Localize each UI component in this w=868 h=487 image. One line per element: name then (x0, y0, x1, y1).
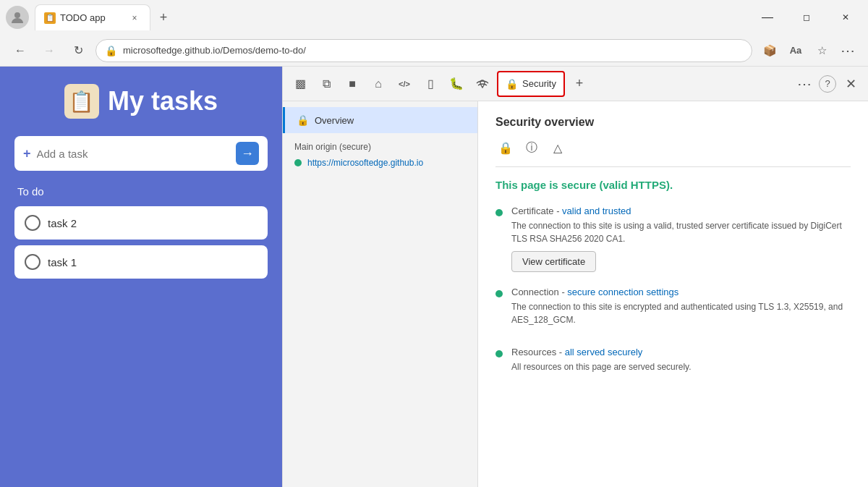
origin-link[interactable]: https://microsoftedge.github.io (307, 158, 423, 168)
read-aloud-icon[interactable]: Aa (784, 39, 807, 62)
origin-item: https://microsoftedge.github.io (294, 158, 466, 168)
devtools-panel: ▩ ⧉ ■ ⌂ </> ▯ 🐛 🔒 Security (282, 67, 868, 487)
title-bar-controls: — ◻ ✕ (751, 6, 862, 29)
security-lock-icon: 🔒 (105, 45, 117, 56)
connection-bullet (495, 290, 503, 297)
back-button[interactable]: ← (9, 39, 32, 62)
security-icon-bar: 🔒 ⓘ △ (495, 137, 851, 167)
add-task-plus-icon: + (23, 146, 31, 161)
info-status-icon[interactable]: ⓘ (522, 137, 542, 158)
resources-title-plain: Resources - (511, 347, 565, 357)
task-list: task 2 task 1 (14, 206, 268, 279)
certificate-item: Certificate - valid and trusted The conn… (495, 206, 851, 272)
secure-message: This page is secure (valid HTTPS). (495, 179, 851, 191)
certificate-section: Certificate - valid and trusted The conn… (495, 206, 851, 272)
devtools-close-button[interactable]: ✕ (839, 72, 862, 96)
network-tool-button[interactable] (471, 72, 494, 96)
certificate-title: Certificate - valid and trusted (511, 206, 851, 216)
minimize-button[interactable]: — (751, 6, 784, 29)
copy-tool-button[interactable]: ⧉ (315, 72, 338, 96)
view-certificate-button[interactable]: View certificate (511, 251, 596, 272)
devtools-help-button[interactable]: ? (819, 75, 836, 93)
task-checkbox[interactable] (25, 215, 41, 231)
resources-item: Resources - all served securely All reso… (495, 347, 851, 379)
overview-nav-label: Overview (315, 115, 354, 126)
resources-title: Resources - all served securely (511, 347, 851, 357)
devtools-more-button[interactable]: ⋯ (793, 72, 816, 96)
warning-status-icon[interactable]: △ (548, 137, 568, 158)
security-tab-label: Security (522, 78, 556, 89)
app-icon: 📋 (64, 84, 99, 119)
browser-window: 📋 TODO app × + — ◻ ✕ ← → ↻ 🔒 microsofted… (0, 0, 868, 487)
task-item[interactable]: task 1 (14, 245, 268, 279)
active-tab[interactable]: 📋 TODO app × (35, 4, 150, 30)
browser-content: 📋 My tasks + → To do task 2 task 1 (0, 67, 868, 487)
app-header: 📋 My tasks (64, 84, 218, 119)
device-tool-button[interactable]: ▯ (419, 72, 442, 96)
lock-status-icon[interactable]: 🔒 (495, 137, 516, 158)
add-task-button[interactable]: → (236, 142, 259, 165)
profile-icon[interactable] (6, 6, 29, 29)
security-tab-icon: 🔒 (506, 78, 518, 90)
connection-description: The connection to this site is encrypted… (511, 300, 851, 326)
security-tab[interactable]: 🔒 Security (497, 71, 565, 97)
tab-close-button[interactable]: × (128, 12, 141, 25)
origin-section: Main origin (secure) https://microsofted… (283, 133, 477, 177)
more-menu-button[interactable]: ⋯ (836, 39, 859, 62)
certificate-bullet (495, 209, 503, 216)
tab-favicon: 📋 (44, 12, 56, 24)
address-text: microsoftedge.github.io/Demos/demo-to-do… (123, 45, 743, 56)
restore-button[interactable]: ◻ (790, 6, 823, 29)
task-item[interactable]: task 2 (14, 206, 268, 240)
add-task-bar: + → (14, 136, 268, 171)
connection-title: Connection - secure connection settings (511, 287, 851, 297)
title-bar: 📋 TODO app × + — ◻ ✕ (0, 0, 868, 35)
certificate-content: Certificate - valid and trusted The conn… (511, 206, 851, 272)
nav-bar: ← → ↻ 🔒 microsoftedge.github.io/Demos/de… (0, 35, 868, 67)
security-panel-title: Security overview (495, 116, 851, 129)
todo-section-title: To do (14, 185, 44, 198)
resources-section: Resources - all served securely All reso… (495, 347, 851, 379)
sidebar-tool-button[interactable]: ■ (341, 72, 364, 96)
security-overview-nav[interactable]: 🔒 Overview (283, 107, 477, 133)
origin-dot (294, 159, 302, 166)
resources-bullet (495, 350, 503, 357)
app-title: My tasks (108, 86, 218, 117)
security-main: Security overview 🔒 ⓘ △ This page is sec… (478, 101, 868, 487)
address-bar[interactable]: 🔒 microsoftedge.github.io/Demos/demo-to-… (95, 39, 752, 62)
home-tool-button[interactable]: ⌂ (367, 72, 390, 96)
security-sidebar: 🔒 Overview Main origin (secure) https://… (283, 101, 478, 487)
resources-description: All resources on this page are served se… (511, 360, 851, 373)
task-label: task 2 (48, 217, 77, 229)
tab-bar: 📋 TODO app × + (35, 4, 745, 30)
resources-content: Resources - all served securely All reso… (511, 347, 851, 379)
cast-tool-button[interactable]: ▩ (289, 72, 312, 96)
resources-link[interactable]: all served securely (565, 347, 643, 357)
add-task-input[interactable] (37, 148, 236, 160)
certificate-description: The connection to this site is using a v… (511, 219, 851, 245)
origin-label: Main origin (secure) (294, 142, 466, 152)
bug-tool-button[interactable]: 🐛 (445, 72, 468, 96)
refresh-button[interactable]: ↻ (67, 39, 90, 62)
task-label: task 1 (48, 256, 77, 268)
connection-link[interactable]: secure connection settings (567, 287, 678, 297)
connection-content: Connection - secure connection settings … (511, 287, 851, 332)
svg-point-0 (14, 12, 20, 18)
add-tab-button[interactable]: + (568, 72, 591, 96)
todo-app: 📋 My tasks + → To do task 2 task 1 (0, 67, 282, 487)
code-tool-button[interactable]: </> (393, 72, 416, 96)
close-button[interactable]: ✕ (829, 6, 862, 29)
connection-title-plain: Connection - (511, 287, 567, 297)
connection-section: Connection - secure connection settings … (495, 287, 851, 332)
devtools-body: 🔒 Overview Main origin (secure) https://… (283, 101, 868, 487)
overview-lock-icon: 🔒 (297, 114, 309, 126)
new-tab-button[interactable]: + (153, 7, 174, 27)
tab-title: TODO app (60, 12, 124, 23)
certificate-link[interactable]: valid and trusted (562, 206, 631, 216)
nav-actions: 📦 Aa ☆ ⋯ (758, 39, 859, 62)
task-checkbox[interactable] (25, 254, 41, 270)
forward-button[interactable]: → (38, 39, 61, 62)
bag-icon[interactable]: 📦 (758, 39, 781, 62)
favorites-icon[interactable]: ☆ (810, 39, 833, 62)
connection-item: Connection - secure connection settings … (495, 287, 851, 332)
